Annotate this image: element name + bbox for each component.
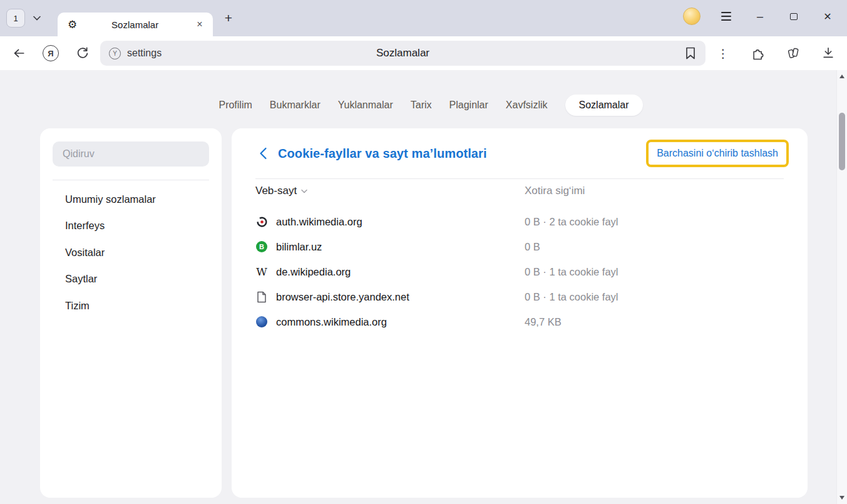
site-domain: de.wikipedia.org bbox=[276, 266, 351, 278]
wikimedia-icon bbox=[255, 215, 268, 228]
sidebar-item-vositalar[interactable]: Vositalar bbox=[40, 239, 222, 266]
sort-chevron-icon bbox=[301, 189, 307, 193]
tab-list-chevron-icon[interactable] bbox=[29, 10, 45, 26]
collections-icon[interactable] bbox=[784, 44, 802, 62]
site-domain: auth.wikimedia.org bbox=[276, 216, 362, 228]
site-storage: 0 B bbox=[525, 241, 540, 253]
site-domain: bilimlar.uz bbox=[276, 241, 322, 253]
document-icon bbox=[255, 291, 268, 303]
window-controls-group: – ✕ bbox=[683, 8, 836, 25]
site-badge-icon: Y bbox=[109, 48, 121, 59]
menu-hamburger-icon[interactable] bbox=[718, 8, 734, 24]
column-site-label: Veb-sayt bbox=[255, 185, 297, 197]
commons-icon bbox=[255, 316, 268, 328]
tab-profilim[interactable]: Profilim bbox=[218, 100, 252, 111]
tab-xavfsizlik[interactable]: Xavfsizlik bbox=[506, 100, 548, 111]
new-tab-button[interactable]: + bbox=[219, 9, 238, 28]
wikipedia-icon: W bbox=[255, 265, 268, 278]
sites-table: auth.wikimedia.org 0 B · 2 ta cookie fay… bbox=[255, 209, 784, 334]
table-row[interactable]: browser-api.store.yandex.net 0 B · 1 ta … bbox=[255, 284, 784, 309]
tab-counter-button[interactable]: 1 bbox=[6, 9, 25, 28]
tab-close-icon[interactable]: × bbox=[193, 18, 207, 31]
column-site-sort[interactable]: Veb-sayt bbox=[255, 185, 307, 197]
bilimlar-icon: B bbox=[255, 240, 268, 253]
scrollbar-up-button[interactable] bbox=[837, 71, 847, 81]
back-button[interactable] bbox=[10, 44, 28, 62]
extensions-puzzle-icon[interactable] bbox=[749, 44, 767, 62]
download-icon[interactable] bbox=[819, 44, 837, 62]
tab-tarix[interactable]: Tarix bbox=[411, 100, 432, 111]
table-row[interactable]: W de.wikipedia.org 0 B · 1 ta cookie fay… bbox=[255, 259, 784, 284]
table-row[interactable]: B bilimlar.uz 0 B bbox=[255, 234, 784, 259]
site-domain: browser-api.store.yandex.net bbox=[276, 291, 409, 303]
gear-icon: ⚙ bbox=[68, 19, 77, 30]
scrollbar-thumb[interactable] bbox=[839, 113, 845, 170]
delete-all-button[interactable]: Barchasini oʻchirib tashlash bbox=[646, 140, 789, 167]
sidebar-item-saytlar[interactable]: Saytlar bbox=[40, 266, 222, 293]
site-storage: 0 B · 1 ta cookie fayl bbox=[525, 266, 619, 278]
sidebar-item-umumiy-sozlamalar[interactable]: Umumiy sozlamalar bbox=[40, 186, 222, 213]
window-close-button[interactable]: ✕ bbox=[819, 8, 836, 24]
tab-yuklanmalar[interactable]: Yuklanmalar bbox=[338, 100, 393, 111]
settings-sidebar: Umumiy sozlamalar Interfeys Vositalar Sa… bbox=[40, 128, 222, 498]
page-title: Sozlamalar bbox=[100, 47, 706, 59]
window-maximize-button[interactable] bbox=[786, 8, 802, 24]
tab-title: Sozlamalar bbox=[77, 19, 193, 30]
profile-avatar[interactable] bbox=[683, 8, 701, 25]
table-header-row: Veb-sayt Xotira sigʻimi bbox=[255, 182, 784, 200]
tab-bukmarklar[interactable]: Bukmarklar bbox=[270, 100, 321, 111]
sidebar-item-tizim[interactable]: Tizim bbox=[40, 292, 222, 319]
cookies-header: Cookie-fayllar va sayt ma’lumotlari Barc… bbox=[255, 128, 789, 178]
bookmark-icon[interactable] bbox=[682, 44, 699, 62]
browser-tab-sozlamalar[interactable]: ⚙ Sozlamalar × bbox=[58, 13, 213, 36]
table-row[interactable]: commons.wikimedia.org 49,7 KB bbox=[255, 309, 784, 334]
sidebar-list: Umumiy sozlamalar Interfeys Vositalar Sa… bbox=[40, 186, 222, 319]
page-scrollbar[interactable] bbox=[836, 70, 847, 504]
url-text: settings bbox=[127, 48, 162, 59]
settings-nav-tabs: Profilim Bukmarklar Yuklanmalar Tarix Pl… bbox=[25, 93, 836, 116]
back-chevron-icon[interactable] bbox=[255, 146, 270, 161]
tab-plaginlar[interactable]: Plaginlar bbox=[449, 100, 488, 111]
search-input[interactable] bbox=[53, 141, 209, 167]
kebab-menu-icon[interactable]: ⋮ bbox=[714, 44, 732, 62]
reload-button[interactable] bbox=[74, 44, 91, 62]
site-storage: 0 B · 2 ta cookie fayl bbox=[525, 216, 619, 228]
address-bar[interactable]: Y settings Sozlamalar bbox=[100, 41, 706, 66]
browser-toolbar: Я Y settings Sozlamalar ⋮ bbox=[0, 36, 847, 70]
cookies-panel: Cookie-fayllar va sayt ma’lumotlari Barc… bbox=[232, 128, 808, 498]
toolbar-right-icons: ⋮ bbox=[714, 44, 837, 62]
yandex-home-button[interactable]: Я bbox=[43, 45, 59, 61]
site-domain: commons.wikimedia.org bbox=[276, 316, 387, 328]
window-minimize-button[interactable]: – bbox=[752, 8, 768, 24]
tab-sozlamalar[interactable]: Sozlamalar bbox=[565, 95, 643, 116]
scrollbar-down-button[interactable] bbox=[837, 493, 847, 503]
settings-page: Profilim Bukmarklar Yuklanmalar Tarix Pl… bbox=[0, 70, 847, 504]
tab-strip: 1 ⚙ Sozlamalar × + – ✕ bbox=[0, 0, 847, 36]
header-divider bbox=[255, 178, 784, 179]
section-title: Cookie-fayllar va sayt ma’lumotlari bbox=[278, 147, 487, 161]
table-row[interactable]: auth.wikimedia.org 0 B · 2 ta cookie fay… bbox=[255, 209, 784, 234]
sidebar-item-interfeys[interactable]: Interfeys bbox=[40, 213, 222, 240]
site-storage: 49,7 KB bbox=[525, 316, 562, 328]
site-storage: 0 B · 1 ta cookie fayl bbox=[525, 291, 619, 303]
browser-window: 1 ⚙ Sozlamalar × + – ✕ Я bbox=[0, 0, 847, 504]
sidebar-divider bbox=[53, 180, 209, 180]
column-storage-label: Xotira sigʻimi bbox=[525, 185, 585, 197]
